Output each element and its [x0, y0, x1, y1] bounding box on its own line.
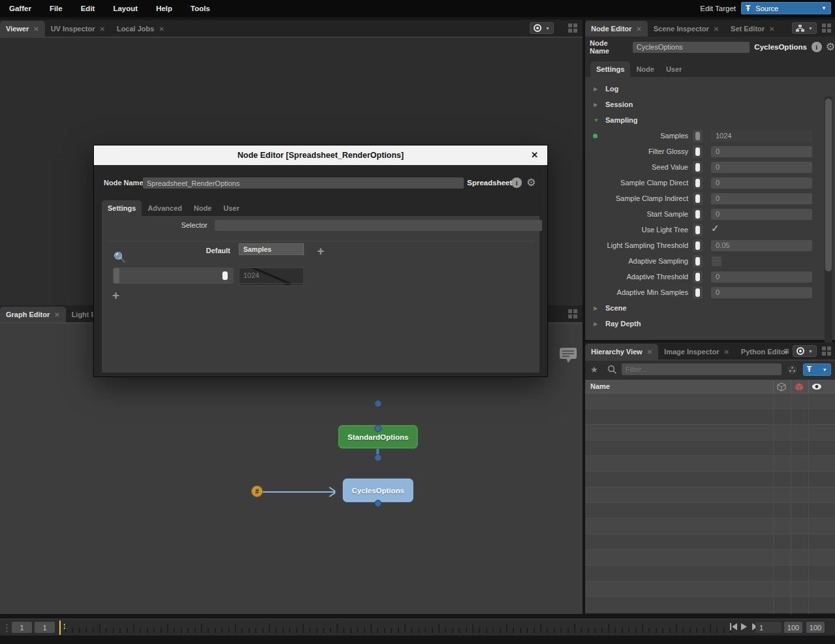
- table-row[interactable]: [585, 472, 835, 487]
- spreadsheet-row-pattern-field[interactable]: [113, 268, 234, 284]
- viewer-focus-dropdown[interactable]: ▼: [530, 22, 554, 34]
- hierarchy-focus-dropdown[interactable]: ▼: [793, 345, 817, 357]
- spreadsheet-column-header[interactable]: Samples: [239, 243, 304, 255]
- plug-switch[interactable]: [693, 208, 703, 221]
- plug-switch[interactable]: [693, 192, 703, 205]
- close-icon[interactable]: ✕: [723, 348, 729, 356]
- table-row[interactable]: [585, 487, 835, 503]
- param-sample-clamp-indirect[interactable]: Sample Clamp Indirect0: [585, 191, 822, 206]
- gear-icon[interactable]: ⚙: [826, 42, 835, 52]
- close-icon[interactable]: ✕: [100, 25, 105, 33]
- editor-focus-dropdown[interactable]: ▼: [792, 22, 817, 34]
- param-adaptive-min-samples[interactable]: Adaptive Min Samples0: [585, 284, 822, 300]
- info-icon[interactable]: i: [511, 177, 522, 188]
- table-row[interactable]: [585, 534, 835, 550]
- table-row[interactable]: [585, 393, 835, 409]
- close-icon[interactable]: ✕: [769, 25, 774, 33]
- add-row-button[interactable]: +: [112, 289, 119, 301]
- tab-node[interactable]: Node: [630, 61, 660, 77]
- timeline-outpoint-field[interactable]: [784, 622, 802, 633]
- disclosure-icon[interactable]: ▶: [594, 321, 598, 327]
- param-light-sampling-threshold[interactable]: Light Sampling Threshold0.05: [585, 238, 822, 253]
- timeline-inpoint-field[interactable]: [35, 622, 55, 633]
- plug-out[interactable]: [374, 425, 382, 432]
- node-name-input[interactable]: [143, 177, 464, 189]
- disclosure-icon[interactable]: ▶: [594, 305, 598, 311]
- table-row[interactable]: [585, 440, 835, 456]
- tab-settings[interactable]: Settings: [590, 61, 630, 77]
- disclosure-icon[interactable]: ▶: [594, 86, 598, 92]
- hamburger-icon[interactable]: ≡: [783, 345, 789, 356]
- close-icon[interactable]: ✕: [33, 25, 38, 33]
- plug-switch[interactable]: [693, 224, 703, 236]
- menu-layout[interactable]: Layout: [104, 5, 147, 12]
- close-icon[interactable]: ✕: [531, 150, 538, 160]
- menu-help[interactable]: Help: [147, 5, 181, 12]
- menu-tools[interactable]: Tools: [181, 5, 219, 12]
- param-value-field[interactable]: 0.05: [711, 240, 812, 251]
- skip-to-start-icon[interactable]: [730, 623, 737, 630]
- menu-edit[interactable]: Edit: [72, 5, 104, 12]
- tab-advanced[interactable]: Advanced: [142, 200, 188, 216]
- param-value-field[interactable]: 0: [711, 146, 812, 157]
- plug-switch[interactable]: [693, 130, 703, 142]
- plug-switch[interactable]: [693, 271, 703, 283]
- section-scene[interactable]: ▶Scene: [585, 300, 822, 316]
- close-icon[interactable]: ✕: [714, 25, 719, 33]
- plug-switch[interactable]: [693, 177, 703, 189]
- checkbox-unchecked[interactable]: [712, 256, 721, 266]
- tab-python-editor[interactable]: Python Editor ✕: [735, 344, 800, 360]
- param-value-field[interactable]: 0: [711, 271, 812, 283]
- tab-user[interactable]: User: [660, 61, 688, 77]
- section-log[interactable]: ▶Log: [585, 81, 822, 97]
- close-icon[interactable]: ✕: [159, 25, 164, 33]
- param-value-field[interactable]: 0: [711, 193, 812, 204]
- hierarchy-table-body[interactable]: [585, 393, 835, 614]
- param-start-sample[interactable]: Start Sample0: [585, 206, 822, 222]
- layout-grid-icon[interactable]: [822, 23, 831, 33]
- info-icon[interactable]: i: [812, 42, 822, 52]
- visibility-eye-icon[interactable]: [812, 383, 822, 390]
- param-value-field[interactable]: 0: [711, 209, 812, 220]
- menu-gaffer[interactable]: Gaffer: [0, 5, 40, 12]
- plug-switch[interactable]: [693, 286, 703, 299]
- selector-input[interactable]: [215, 220, 542, 231]
- dialog-titlebar[interactable]: Node Editor [Spreadsheet_RenderOptions] …: [94, 146, 547, 165]
- close-icon[interactable]: ✕: [636, 25, 641, 33]
- scope-dropdown[interactable]: Ŧ ▼: [803, 363, 831, 376]
- row-drag-handle[interactable]: [114, 268, 119, 283]
- disclosure-icon[interactable]: ▶: [594, 102, 598, 108]
- filter-input[interactable]: [622, 363, 782, 375]
- bookmark-star-icon[interactable]: ★: [590, 365, 598, 375]
- param-value-field[interactable]: 0: [711, 287, 812, 298]
- param-samples[interactable]: Samples1024: [585, 128, 822, 144]
- node-cyclesoptions[interactable]: CyclesOptions: [342, 478, 414, 502]
- name-column-header[interactable]: Name: [585, 382, 610, 390]
- plug-switch[interactable]: [693, 239, 703, 252]
- add-column-button[interactable]: +: [317, 245, 324, 257]
- tab-local-jobs[interactable]: Local Jobs ✕: [111, 21, 170, 37]
- timeline-start-field[interactable]: [12, 622, 32, 633]
- scrollbar-thumb[interactable]: [825, 99, 832, 271]
- play-icon[interactable]: [741, 623, 748, 630]
- geometry-cube-icon[interactable]: [777, 382, 786, 391]
- plug-switch[interactable]: [693, 255, 703, 268]
- gear-icon[interactable]: ⚙: [526, 177, 536, 188]
- layout-grid-icon[interactable]: [568, 23, 577, 33]
- param-adaptive-threshold[interactable]: Adaptive Threshold0: [585, 269, 822, 284]
- plug-out[interactable]: [374, 500, 382, 507]
- table-row[interactable]: [585, 425, 835, 440]
- row-enabled-switch[interactable]: [222, 271, 228, 280]
- layout-grid-icon[interactable]: [822, 346, 831, 356]
- disclosure-icon[interactable]: ▼: [594, 117, 599, 123]
- playhead[interactable]: [59, 621, 61, 635]
- table-row[interactable]: [585, 550, 835, 566]
- table-row[interactable]: [585, 519, 835, 534]
- param-use-light-tree[interactable]: Use Light Tree✓: [585, 222, 822, 238]
- layout-grid-icon[interactable]: [568, 309, 577, 318]
- tab-image-inspector[interactable]: Image Inspector ✕: [658, 344, 735, 360]
- menu-file[interactable]: File: [40, 5, 72, 12]
- close-icon[interactable]: ✕: [647, 348, 652, 356]
- plug-switch[interactable]: [693, 161, 703, 174]
- table-row[interactable]: [585, 581, 835, 597]
